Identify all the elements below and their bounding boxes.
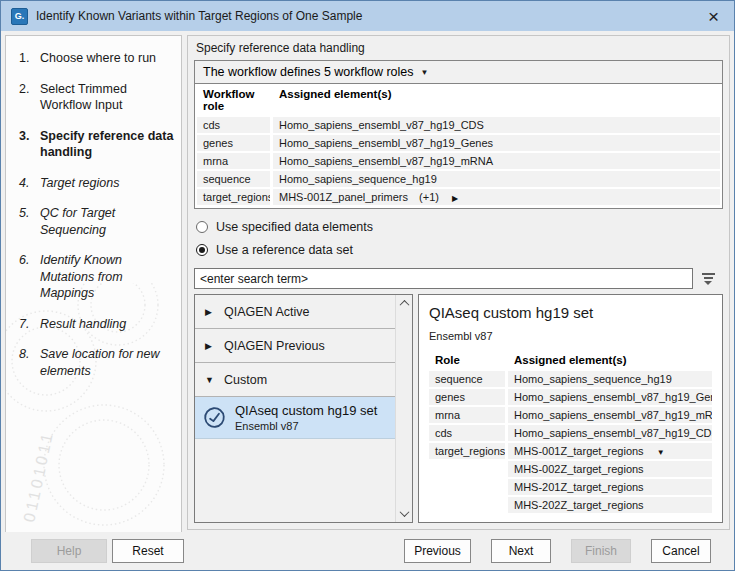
data-source-radio-group: Use specified data elements Use a refere… bbox=[194, 215, 723, 261]
group-qiagen-active[interactable]: ▶ QIAGEN Active bbox=[195, 295, 395, 329]
step-2: 2. Select Trimmed Workflow Input bbox=[19, 81, 175, 114]
expanded-down-icon: ▼ bbox=[205, 375, 215, 385]
collapsed-right-icon: ▶ bbox=[205, 341, 215, 351]
radio-circle-selected-icon bbox=[196, 244, 208, 256]
help-button: Help bbox=[31, 539, 107, 563]
step-6: 6. Identify Known Mutations from Mapping… bbox=[19, 252, 175, 302]
step-4: 4. Target regions bbox=[19, 175, 175, 192]
col-header-assigned: Assigned element(s) bbox=[508, 353, 712, 367]
chevron-down-icon: ▼ bbox=[421, 68, 429, 77]
collapsed-right-icon: ▶ bbox=[205, 307, 215, 317]
filter-icon[interactable] bbox=[693, 268, 723, 289]
reset-button[interactable]: Reset bbox=[112, 539, 184, 563]
role-cell: target_regions bbox=[429, 443, 505, 459]
radio-use-specified-elements[interactable]: Use specified data elements bbox=[196, 216, 723, 238]
role-cell: cds bbox=[429, 425, 505, 441]
main-panel: Specify reference data handling The work… bbox=[187, 35, 730, 530]
extra-count-badge: (+1) bbox=[419, 191, 439, 203]
page-title: Specify reference data handling bbox=[196, 41, 723, 55]
detail-table: Role Assigned element(s) sequence Homo_s… bbox=[429, 351, 712, 513]
detail-title: QIAseq custom hg19 set bbox=[429, 304, 712, 321]
radio-label: Use specified data elements bbox=[216, 220, 373, 234]
value-cell: MHS-001Z_panel_primers (+1) ▶ bbox=[273, 189, 720, 205]
footer-button-bar: Help Reset Previous Next Finish Cancel bbox=[1, 532, 734, 570]
table-row: sequence Homo_sapiens_sequence_hg19 bbox=[197, 171, 720, 187]
search-row bbox=[194, 268, 723, 289]
workflow-roles-box: The workflow defines 5 workflow roles ▼ … bbox=[194, 60, 723, 209]
dialog-body: 1. Choose where to run 2. Select Trimmed… bbox=[1, 31, 734, 534]
list-item-title: QIAseq custom hg19 set bbox=[235, 403, 377, 418]
step-label: Identify Known Mutations from Mappings bbox=[40, 252, 175, 302]
check-circle-icon bbox=[202, 405, 227, 430]
list-item-subtitle: Ensembl v87 bbox=[235, 420, 377, 432]
group-qiagen-previous[interactable]: ▶ QIAGEN Previous bbox=[195, 329, 395, 363]
cancel-button[interactable]: Cancel bbox=[651, 539, 711, 563]
table-header-row: Role Assigned element(s) bbox=[429, 351, 712, 369]
value-cell: Homo_sapiens_ensembl_v87_hg19_mRNA bbox=[508, 407, 712, 423]
role-cell: mrna bbox=[197, 153, 270, 169]
next-button[interactable]: Next bbox=[491, 539, 551, 563]
value-cell: MHS-002Z_target_regions bbox=[508, 461, 712, 477]
search-input[interactable] bbox=[194, 268, 693, 289]
list-item-qiaseq-custom-hg19-selected[interactable]: QIAseq custom hg19 set Ensembl v87 bbox=[195, 397, 395, 439]
list-scrollbar[interactable] bbox=[395, 295, 412, 522]
reference-set-detail: QIAseq custom hg19 set Ensembl v87 Role … bbox=[418, 294, 723, 523]
col-header-workflow-role: Workflow role bbox=[197, 87, 270, 113]
reference-set-panels: ▶ QIAGEN Active ▶ QIAGEN Previous ▼ Cust… bbox=[194, 294, 723, 523]
role-cell: genes bbox=[429, 389, 505, 405]
table-row: cds Homo_sapiens_ensembl_v87_hg19_CDS bbox=[429, 425, 712, 441]
previous-button[interactable]: Previous bbox=[404, 539, 471, 563]
value-cell: MHS-201Z_target_regions bbox=[508, 479, 712, 495]
window-title: Identify Known Variants within Target Re… bbox=[36, 9, 703, 23]
table-row: sequence Homo_sapiens_sequence_hg19 bbox=[429, 371, 712, 387]
expand-right-icon[interactable]: ▶ bbox=[452, 194, 458, 203]
table-row: genes Homo_sapiens_ensembl_v87_hg19_Gene… bbox=[197, 135, 720, 151]
role-cell: cds bbox=[197, 117, 270, 133]
scroll-down-icon[interactable] bbox=[396, 505, 412, 522]
wizard-dialog: G. Identify Known Variants within Target… bbox=[0, 0, 735, 571]
radio-use-reference-data-set[interactable]: Use a reference data set bbox=[196, 239, 723, 261]
role-cell: sequence bbox=[429, 371, 505, 387]
group-label: Custom bbox=[224, 373, 267, 387]
app-icon: G. bbox=[11, 8, 28, 25]
value-cell: Homo_sapiens_ensembl_v87_hg19_CDS bbox=[508, 425, 712, 441]
group-custom[interactable]: ▼ Custom bbox=[195, 363, 395, 397]
scroll-up-icon[interactable] bbox=[396, 295, 412, 312]
value-cell: MHS-202Z_target_regions bbox=[508, 497, 712, 513]
titlebar: G. Identify Known Variants within Target… bbox=[1, 1, 734, 31]
table-header-row: Workflow role Assigned element(s) bbox=[197, 85, 720, 115]
workflow-roles-summary-label: The workflow defines 5 workflow roles bbox=[203, 65, 414, 79]
step-label: Specify reference data handling bbox=[40, 128, 175, 161]
col-header-role: Role bbox=[429, 353, 505, 367]
role-cell: mrna bbox=[429, 407, 505, 423]
step-label: QC for Target Sequencing bbox=[40, 205, 175, 238]
value-cell: Homo_sapiens_ensembl_v87_hg19_CDS bbox=[273, 117, 720, 133]
table-row: cds Homo_sapiens_ensembl_v87_hg19_CDS bbox=[197, 117, 720, 133]
step-label: Save location for new elements bbox=[40, 346, 175, 379]
role-cell: genes bbox=[197, 135, 270, 151]
value-cell: Homo_sapiens_sequence_hg19 bbox=[273, 171, 720, 187]
group-label: QIAGEN Active bbox=[224, 305, 309, 319]
table-row: mrna Homo_sapiens_ensembl_v87_hg19_mRNA bbox=[197, 153, 720, 169]
value-cell: Homo_sapiens_ensembl_v87_hg19_mRNA bbox=[273, 153, 720, 169]
step-8: 8. Save location for new elements bbox=[19, 346, 175, 379]
table-row-target-regions: target_regions MHS-001Z_panel_primers (+… bbox=[197, 189, 720, 205]
radio-label: Use a reference data set bbox=[216, 243, 353, 257]
collapse-down-icon[interactable]: ▼ bbox=[657, 448, 665, 457]
step-label: Target regions bbox=[40, 175, 119, 192]
value-cell: MHS-001Z_target_regions ▼ bbox=[508, 443, 712, 459]
value-cell: Homo_sapiens_ensembl_v87_hg19_Genes bbox=[508, 389, 712, 405]
step-3-current: 3. Specify reference data handling bbox=[19, 128, 175, 161]
step-label: Result handling bbox=[40, 316, 126, 333]
group-label: QIAGEN Previous bbox=[224, 339, 325, 353]
workflow-roles-dropdown[interactable]: The workflow defines 5 workflow roles ▼ bbox=[195, 61, 722, 84]
step-7: 7. Result handling bbox=[19, 316, 175, 333]
step-label: Select Trimmed Workflow Input bbox=[40, 81, 175, 114]
step-label: Choose where to run bbox=[40, 50, 156, 67]
col-header-assigned: Assigned element(s) bbox=[273, 87, 720, 113]
table-row: genes Homo_sapiens_ensembl_v87_hg19_Gene… bbox=[429, 389, 712, 405]
close-icon[interactable]: × bbox=[703, 7, 724, 26]
step-list: 1. Choose where to run 2. Select Trimmed… bbox=[6, 36, 181, 379]
value-cell: Homo_sapiens_sequence_hg19 bbox=[508, 371, 712, 387]
value-cell: Homo_sapiens_ensembl_v87_hg19_Genes bbox=[273, 135, 720, 151]
